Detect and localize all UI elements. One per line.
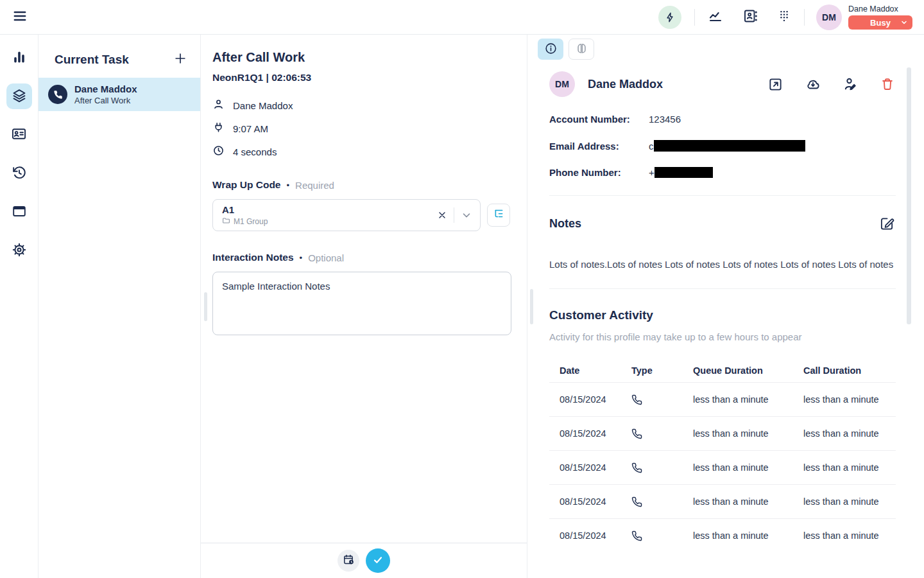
cloud-download-icon [805,76,821,92]
lightning-icon [658,6,681,29]
quick-actions-button[interactable] [657,4,683,30]
activity-row[interactable]: 08/15/2024 less than a minute less than … [549,416,896,450]
gear-icon [12,242,27,259]
wrap-up-tree-view-button[interactable] [487,204,510,227]
divider [694,9,695,26]
add-task-button[interactable] [172,50,189,69]
sidebar-item-browser[interactable] [6,199,32,225]
interaction-notes-textarea[interactable]: Sample Interaction Notes [212,272,511,335]
customer-activity-subtitle: Activity for this profile may take up to… [549,331,896,342]
task-subtitle: After Call Work [74,96,137,105]
notes-title: Notes [549,217,581,231]
field-email: Email Address: c [549,140,896,152]
bullet: • [287,180,290,190]
check-icon [372,554,384,568]
sidebar-item-contacts[interactable] [6,122,32,148]
scrollbar-thumb[interactable] [204,292,207,321]
current-task-panel: Current Task Dane Maddox After Call Work [38,35,201,578]
contact-fields: Account Number: 123456 Email Address: c … [549,114,896,178]
start-time-row: 9:07 AM [212,121,510,136]
topbar-right-group: DM Dane Maddox Busy [657,4,912,30]
open-external-button[interactable] [767,76,784,93]
chevron-down-icon [900,19,908,26]
column-header-date: Date [560,365,631,376]
contact-header: DM Dane Maddox [549,71,896,97]
scrollbar-thumb[interactable] [530,289,533,324]
activity-row[interactable]: 08/15/2024 less than a minute less than … [549,518,896,552]
tab-profile-info[interactable] [538,39,563,60]
field-label: Account Number: [549,114,649,125]
edit-notes-button[interactable] [878,215,896,232]
cell-date: 08/15/2024 [560,496,631,507]
field-value: 123456 [649,114,681,125]
scrollbar-thumb[interactable] [907,67,911,324]
user-name: Dane Maddox [848,4,912,13]
schedule-followup-button[interactable] [338,550,359,572]
wrap-up-code-label: Wrap Up Code [212,179,281,191]
task-contact-name: Dane Maddox [74,83,137,94]
phone-type-icon [631,462,693,473]
user-avatar[interactable]: DM [816,4,842,30]
sidebar-item-history[interactable] [6,161,32,186]
cell-queue-duration: less than a minute [693,394,803,405]
app-root: DM Dane Maddox Busy [0,0,924,578]
field-value-prefix: + [649,167,654,178]
current-task-title: Current Task [55,53,129,67]
cell-call-duration: less than a minute [803,496,896,507]
id-card-icon [11,126,27,144]
trash-icon [880,77,894,91]
calendar-clock-icon [343,554,355,568]
divider [804,9,805,26]
dialpad-button[interactable] [776,7,792,27]
complete-acw-button[interactable] [366,548,390,573]
divider [549,288,896,289]
clear-wrap-up-button[interactable] [436,209,449,222]
redaction-bar [654,140,805,152]
acw-footer [201,543,527,578]
wrap-up-code-value: A1 [222,204,436,215]
download-profile-button[interactable] [803,75,823,93]
sidebar-item-tasks[interactable] [6,83,32,109]
edit-contact-button[interactable] [842,75,860,93]
contacts-button[interactable] [741,7,759,27]
interaction-notes-label: Interaction Notes [212,252,294,263]
tab-ai-insights[interactable] [569,39,594,60]
phone-type-icon [631,496,693,507]
task-list-item[interactable]: Dane Maddox After Call Work [38,78,200,111]
contact-name-text: Dane Maddox [233,100,293,111]
cell-date: 08/15/2024 [560,394,631,405]
sidebar-item-analytics[interactable] [6,45,32,71]
phone-type-icon [631,428,693,439]
dialpad-icon [777,8,791,26]
info-icon [544,42,558,57]
activity-table-header: Date Type Queue Duration Call Duration [549,359,896,382]
bar-chart-icon [12,49,27,67]
wrap-up-code-select[interactable]: A1 M1 Group [212,199,481,231]
divider [454,207,454,223]
column-header-call-duration: Call Duration [803,365,896,376]
contact-avatar: DM [549,71,575,97]
activity-row[interactable]: 08/15/2024 less than a minute less than … [549,382,896,416]
cell-date: 08/15/2024 [560,428,631,439]
duration-text: 4 seconds [233,146,277,157]
analytics-button[interactable] [706,7,724,27]
interaction-notes-optional-text: Optional [308,252,344,263]
activity-table: Date Type Queue Duration Call Duration 0… [549,359,896,552]
activity-row[interactable]: 08/15/2024 less than a minute less than … [549,450,896,484]
delete-contact-button[interactable] [879,76,896,92]
brain-icon [575,42,588,57]
pencil-square-icon [880,216,894,231]
hamburger-menu-button[interactable] [10,6,30,28]
status-dropdown-button[interactable]: Busy [848,15,912,30]
wrap-up-dropdown-button[interactable] [459,208,474,222]
customer-profile-panel: DM Dane Maddox [527,35,924,578]
phone-avatar-icon [48,85,67,104]
activity-row[interactable]: 08/15/2024 less than a minute less than … [549,484,896,518]
sidebar-item-settings[interactable] [6,238,32,263]
folder-icon [222,216,230,227]
cell-date: 08/15/2024 [560,462,631,473]
field-label: Phone Number: [549,167,649,178]
start-time-text: 9:07 AM [233,123,268,134]
history-icon [12,165,27,182]
layers-icon [12,88,27,105]
